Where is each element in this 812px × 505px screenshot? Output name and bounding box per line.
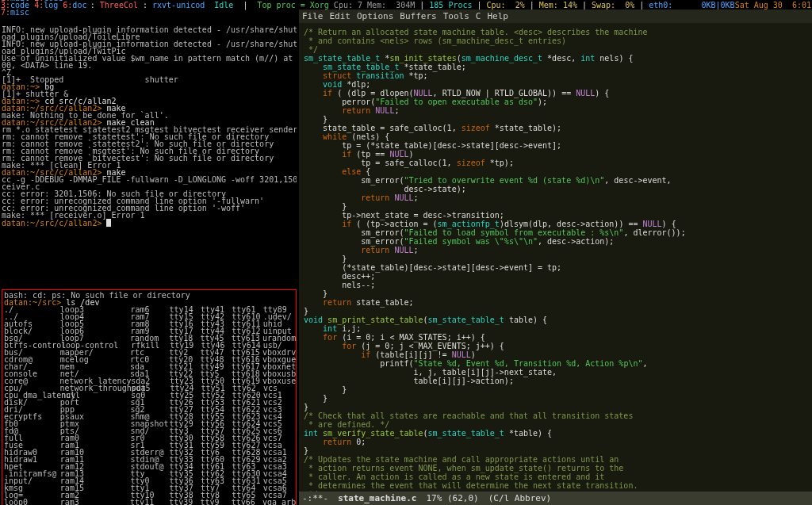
date-text: Sat Aug 30 [735,2,783,9]
statusbar: 1:mail 2:code 3:code 4:log 6:doc 7:misc … [0,0,812,10]
modeline-pos: 17% (62,0) [426,493,478,503]
terminal-bottom[interactable]: bash: cd: ps: No such file or directoryd… [2,289,297,505]
menu-edit[interactable]: Edit [330,11,351,21]
menu-options[interactable]: Options [357,11,393,21]
menu-c[interactable]: C [476,11,481,21]
status-text: Idle [214,2,233,9]
layout-name: ThreeCol [100,2,138,9]
top-proc: Top proc = Xorg [258,2,329,9]
terminal-top[interactable]: INFO: new upload-plugin information dete… [2,26,297,274]
editor-menubar[interactable]: FileEditOptionsBuffersToolsCHelp [299,10,812,23]
menu-buffers[interactable]: Buffers [400,11,436,21]
time-text: 6:01 [792,2,811,9]
menu-help[interactable]: Help [487,11,508,21]
menu-file[interactable]: File [302,11,324,21]
terminal-pane[interactable]: INFO: new upload-plugin information dete… [0,10,298,505]
editor-pane[interactable]: FileEditOptionsBuffersToolsCHelp /* Retu… [298,10,812,505]
focus-title: rxvt-unicod [152,2,205,9]
modeline-mode: (C/l Abbrev) [488,493,551,503]
menu-tools[interactable]: Tools [443,11,469,21]
modeline: -:**- state_machine.c 17% (62,0) (C/l Ab… [299,492,812,505]
code-area[interactable]: /* Return an allocated state machine tab… [299,23,812,492]
modeline-file: state_machine.c [338,493,416,503]
